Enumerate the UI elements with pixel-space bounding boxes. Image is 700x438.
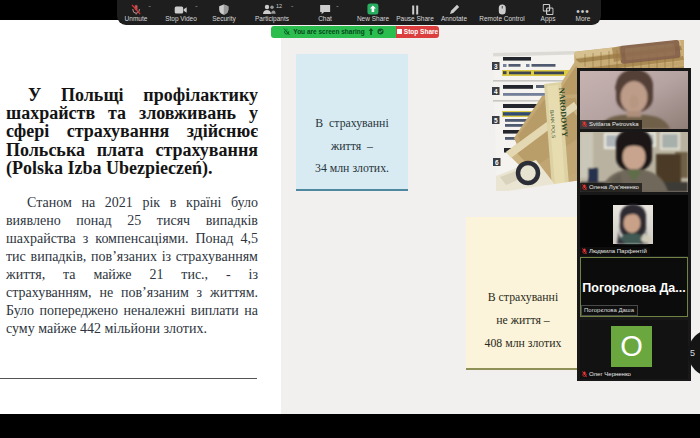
svg-text:6: 6 xyxy=(495,159,499,166)
svg-text:5: 5 xyxy=(494,117,498,124)
svg-text:4: 4 xyxy=(494,88,498,95)
svg-text:3: 3 xyxy=(494,63,498,70)
